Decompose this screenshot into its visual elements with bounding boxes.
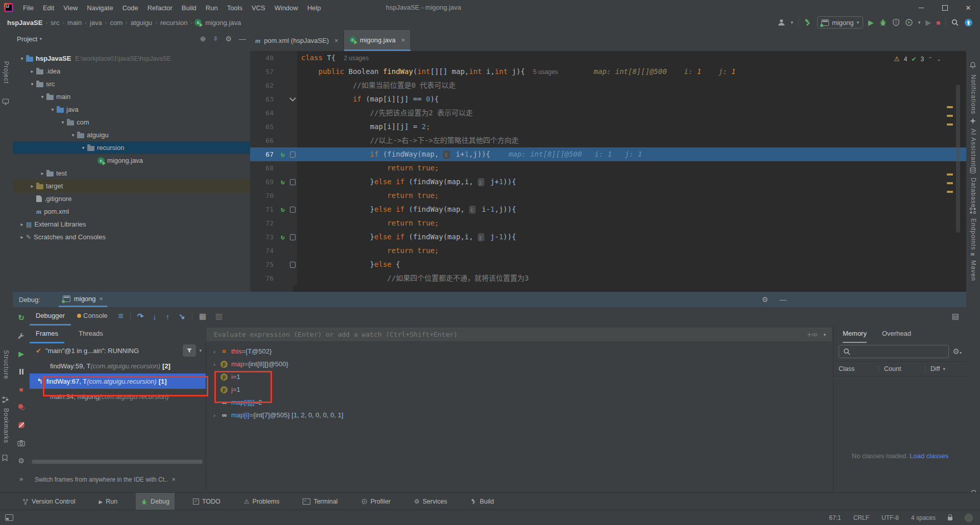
breadcrumb-item[interactable]: hspJavaSE bbox=[6, 19, 43, 27]
next-issue-icon[interactable]: ⌃ bbox=[937, 56, 941, 62]
toolwindow-button-run[interactable]: ▶Run bbox=[93, 493, 122, 511]
warning-stripe-mark[interactable] bbox=[947, 123, 953, 126]
code-line-48[interactable]: 48class T{2 usages bbox=[250, 51, 966, 65]
gear-icon[interactable]: ⚙ bbox=[762, 295, 768, 304]
ai-icon[interactable] bbox=[969, 117, 976, 124]
tab-frames[interactable]: Frames bbox=[30, 325, 64, 343]
tree-chevron-icon[interactable]: ▾ bbox=[18, 56, 26, 61]
prev-issue-icon[interactable]: ⌃ bbox=[928, 56, 932, 62]
toolwindow-button-build[interactable]: Build bbox=[465, 493, 499, 511]
monitor-icon[interactable] bbox=[2, 98, 9, 105]
rerun-icon[interactable]: ↻ bbox=[18, 313, 24, 322]
gear-icon[interactable]: ⚙ bbox=[18, 456, 24, 465]
sidebar-tab-project[interactable]: Project bbox=[3, 61, 10, 84]
breadcrumb-item[interactable]: java bbox=[89, 19, 103, 27]
mute-breakpoints-icon[interactable] bbox=[18, 420, 24, 430]
evaluate-expression-icon[interactable]: ▦ bbox=[194, 312, 211, 321]
tree-chevron-icon[interactable]: ▾ bbox=[48, 107, 57, 112]
close-icon[interactable]: × bbox=[401, 36, 405, 44]
recursive-call-icon[interactable]: ↻ bbox=[281, 147, 285, 161]
frame-row[interactable]: findWay:59, T (com.atguigu.recursion) [2… bbox=[30, 358, 206, 373]
warning-stripe-mark[interactable] bbox=[947, 182, 953, 184]
chevron-down-icon[interactable]: ▾ bbox=[199, 348, 202, 353]
code-line-75[interactable]: 75 }else { bbox=[250, 258, 966, 271]
status-671[interactable]: 67:1 bbox=[829, 514, 841, 521]
breadcrumb-item[interactable]: atguigu bbox=[130, 19, 154, 27]
gear-icon[interactable]: ⚙▾ bbox=[953, 347, 962, 356]
sidebar-tab-structure[interactable]: Structure bbox=[3, 350, 10, 380]
column-header-diff[interactable]: Diff ▾ bbox=[925, 365, 967, 372]
search-input[interactable] bbox=[854, 347, 933, 356]
sidebar-tab-bookmarks[interactable]: Bookmarks bbox=[3, 408, 10, 443]
minimize-button[interactable] bbox=[910, 0, 933, 15]
step-out-icon[interactable]: ↑ bbox=[161, 312, 175, 321]
toolwindow-button-profiler[interactable]: Profiler bbox=[356, 493, 396, 511]
tree-chevron-icon[interactable]: ▾ bbox=[38, 94, 46, 99]
profiler-button[interactable] bbox=[905, 18, 913, 27]
collapse-all-icon[interactable]: ⇳ bbox=[213, 35, 218, 42]
code-line-74[interactable]: 74 return true; bbox=[250, 244, 966, 258]
sidebar-tab-database[interactable]: Database bbox=[970, 178, 977, 208]
breadcrumb-item[interactable]: com bbox=[109, 19, 124, 27]
sidebar-tab-ai-assistant[interactable]: AI Assistant bbox=[970, 129, 977, 167]
hide-panel-icon[interactable]: — bbox=[779, 295, 787, 304]
chevron-down-icon[interactable]: ▾ bbox=[823, 332, 826, 337]
recursive-call-icon[interactable]: ↻ bbox=[281, 175, 285, 189]
toolwindow-button-todo[interactable]: ✓TODO bbox=[188, 493, 226, 511]
tree-chevron-icon[interactable]: › bbox=[210, 361, 219, 367]
tree-item-ExternalLibraries[interactable]: ▸▤External Libraries bbox=[13, 218, 250, 231]
fold-region-icon[interactable] bbox=[290, 207, 296, 213]
toolwindow-button-debug[interactable]: Debug bbox=[136, 493, 175, 511]
resume-icon[interactable]: ▶ bbox=[19, 349, 24, 358]
menu-vcs[interactable]: VCS bbox=[247, 1, 270, 15]
fold-region-icon[interactable] bbox=[290, 152, 296, 158]
toolwindow-button-terminal[interactable]: >Terminal bbox=[298, 493, 342, 511]
view-breakpoints-icon[interactable] bbox=[18, 403, 24, 412]
code-line-73[interactable]: 73↻ }else if (findWay(map,i, j: j-1)){ bbox=[250, 230, 966, 244]
sidebar-tab-endpoints[interactable]: Endpoints bbox=[970, 218, 977, 250]
recursive-call-icon[interactable]: ↻ bbox=[281, 230, 285, 244]
code-line-70[interactable]: 70 return true; bbox=[250, 189, 966, 203]
tree-chevron-icon[interactable]: ▸ bbox=[18, 234, 26, 240]
tree-item-com[interactable]: ▾com bbox=[13, 116, 250, 129]
recursive-call-icon[interactable]: ↻ bbox=[281, 203, 285, 216]
camera-icon[interactable] bbox=[17, 438, 25, 447]
threads-view-icon[interactable]: ≡ bbox=[114, 311, 128, 321]
coverage-button[interactable] bbox=[892, 18, 900, 27]
code-line-62[interactable]: 62 //如果当前位置是0 代表可以走 bbox=[250, 79, 966, 92]
warning-stripe-mark[interactable] bbox=[947, 173, 953, 176]
menu-refactor[interactable]: Refactor bbox=[143, 1, 177, 15]
close-button[interactable]: ✕ bbox=[957, 0, 980, 15]
editor-tab-migongjava[interactable]: cmigong.java× bbox=[344, 30, 411, 51]
load-classes-link[interactable]: Load classes bbox=[910, 452, 948, 460]
code-area[interactable]: 48class T{2 usages57 public Boolean find… bbox=[250, 51, 966, 292]
tab-memory[interactable]: Memory bbox=[843, 326, 867, 343]
fold-region-icon[interactable] bbox=[290, 179, 296, 185]
code-line-57[interactable]: 57 public Boolean findWay(int[][] map,in… bbox=[250, 65, 966, 79]
filter-button[interactable] bbox=[183, 344, 196, 357]
chevron-down-icon[interactable]: ▾ bbox=[39, 36, 42, 41]
gear-icon[interactable]: ⚙ bbox=[225, 35, 232, 43]
fold-region-icon[interactable] bbox=[290, 234, 296, 240]
fold-open-icon[interactable] bbox=[289, 95, 296, 102]
add-watch-icon[interactable]: +∞ bbox=[807, 330, 818, 339]
debug-button[interactable] bbox=[879, 18, 887, 27]
menu-file[interactable]: File bbox=[18, 1, 38, 15]
code-line-65[interactable]: 65 map[i][j] = 2; bbox=[250, 120, 966, 134]
tree-item-main[interactable]: ▾main bbox=[13, 90, 250, 103]
tree-chevron-icon[interactable]: › bbox=[210, 348, 219, 355]
toolwindow-button-services[interactable]: ⚙Services bbox=[409, 493, 452, 511]
variable-row-i[interactable]: pi = 1 bbox=[207, 370, 832, 383]
tree-item-java[interactable]: ▾java bbox=[13, 103, 250, 116]
tab-console[interactable]: Console bbox=[71, 307, 114, 326]
variable-row-j[interactable]: pj = 1 bbox=[207, 383, 832, 396]
code-line-68[interactable]: 68 return true; bbox=[250, 161, 966, 175]
breadcrumb-item[interactable]: recursion bbox=[159, 19, 188, 27]
wrench-icon[interactable] bbox=[17, 331, 25, 340]
run-button[interactable]: ▶ bbox=[868, 18, 874, 27]
inspections-widget[interactable]: ⚠4 ✔3 ⌃ ⌃ bbox=[894, 55, 941, 63]
tree-chevron-icon[interactable]: ▸ bbox=[18, 221, 26, 227]
toolwindow-button-problems[interactable]: ⚠Problems bbox=[239, 493, 285, 511]
layout-settings-icon[interactable]: ▥ bbox=[211, 312, 227, 321]
menu-tools[interactable]: Tools bbox=[223, 1, 247, 15]
